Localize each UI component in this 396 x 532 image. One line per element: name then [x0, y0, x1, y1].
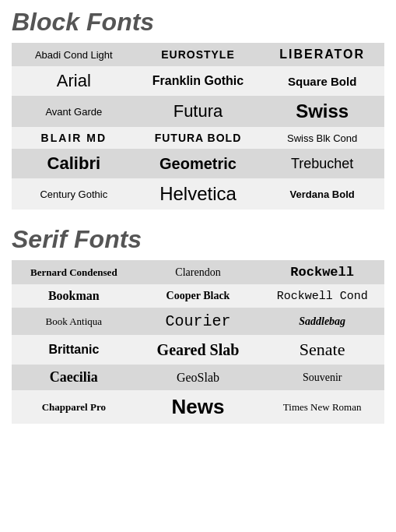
- font-cell: Avant Garde: [12, 96, 136, 127]
- font-cell: Square Bold: [260, 66, 384, 96]
- font-cell: Trebuchet: [260, 149, 384, 178]
- block-fonts-table: Abadi Cond LightEUROSTYLELIBERATORArialF…: [12, 43, 384, 210]
- font-cell: Chapparel Pro: [12, 390, 136, 424]
- font-cell: Rockwell: [260, 260, 384, 284]
- font-cell: News: [136, 390, 261, 424]
- font-cell: EUROSTYLE: [136, 43, 261, 66]
- font-cell: Cooper Black: [136, 284, 261, 308]
- font-cell: Book Antiqua: [12, 308, 136, 335]
- font-cell: Century Gothic: [12, 178, 136, 210]
- font-cell: GeoSlab: [136, 365, 261, 390]
- font-cell: Caecilia: [12, 365, 136, 390]
- font-cell: Geometric: [136, 149, 261, 178]
- font-cell: Futura: [136, 96, 261, 127]
- font-cell: Saddlebag: [260, 308, 384, 335]
- font-cell: Helvetica: [136, 178, 261, 210]
- font-cell: Arial: [12, 66, 136, 96]
- block-fonts-title: Block Fonts: [12, 8, 384, 37]
- block-fonts-section: Block Fonts Abadi Cond LightEUROSTYLELIB…: [12, 8, 384, 210]
- font-cell: Swiss Blk Cond: [260, 127, 384, 149]
- font-cell: Verdana Bold: [260, 178, 384, 210]
- font-cell: Calibri: [12, 149, 136, 178]
- font-cell: Abadi Cond Light: [12, 43, 136, 66]
- font-cell: LIBERATOR: [260, 43, 384, 66]
- font-cell: Courier: [136, 308, 261, 335]
- font-cell: Swiss: [260, 96, 384, 127]
- font-cell: Rockwell Cond: [260, 284, 384, 308]
- font-cell: Geared Slab: [136, 335, 261, 365]
- font-cell: Clarendon: [136, 260, 261, 284]
- font-cell: Bernard Condensed: [12, 260, 136, 284]
- serif-fonts-table: Bernard CondensedClarendonRockwellBookma…: [12, 260, 384, 424]
- font-cell: Senate: [260, 335, 384, 365]
- font-cell: Brittanic: [12, 335, 136, 365]
- font-cell: Bookman: [12, 284, 136, 308]
- font-cell: FUTURA BOLD: [136, 127, 261, 149]
- font-cell: Franklin Gothic: [136, 66, 261, 96]
- font-cell: Times New Roman: [260, 390, 384, 424]
- serif-fonts-section: Serif Fonts Bernard CondensedClarendonRo…: [12, 225, 384, 424]
- font-cell: BLAIR MD: [12, 127, 136, 149]
- font-cell: Souvenir: [260, 365, 384, 390]
- serif-fonts-title: Serif Fonts: [12, 225, 384, 254]
